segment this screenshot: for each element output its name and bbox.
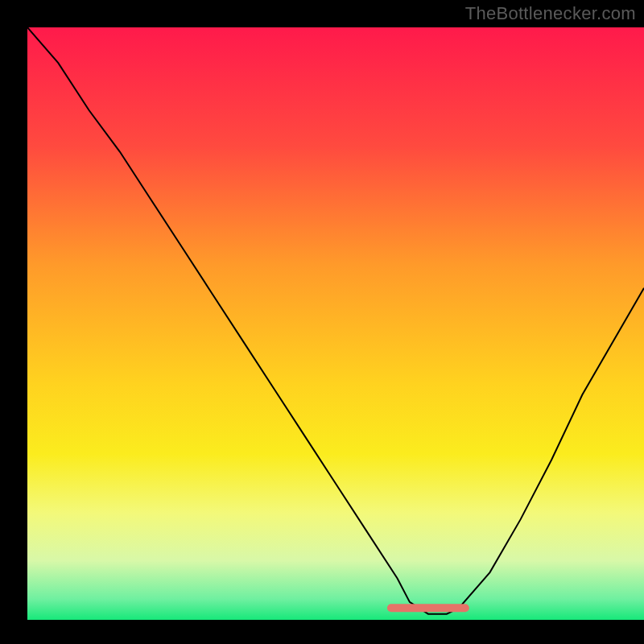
chart-frame: TheBottlenecker.com xyxy=(0,0,644,644)
axis-bottom xyxy=(0,620,644,644)
watermark-text: TheBottlenecker.com xyxy=(465,3,636,24)
bottleneck-chart xyxy=(0,0,644,644)
axis-left xyxy=(0,0,27,644)
plot-background xyxy=(27,27,644,620)
